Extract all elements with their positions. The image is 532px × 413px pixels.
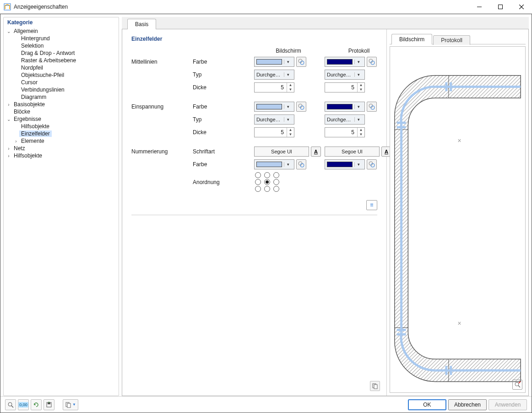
chevron-right-icon[interactable]: › [5, 153, 12, 158]
bottom-bar: 0,00 ▼ OK Abbrechen Anwenden [0, 396, 532, 413]
reset-view-icon[interactable] [512, 380, 522, 390]
tree-item-hintergrund[interactable]: Hintergrund [12, 35, 118, 42]
anordnung-radio-5[interactable] [273, 179, 279, 185]
tool-copy-menu-icon[interactable]: ▼ [63, 399, 78, 410]
chevron-down-icon[interactable]: ⌄ [5, 29, 12, 34]
tree-item-dragdrop[interactable]: Drag & Drop - Antwort [12, 49, 118, 57]
color-picker-icon[interactable] [296, 57, 306, 67]
apply-button[interactable]: Anwenden [489, 399, 527, 410]
einspannung-typ-proto-combo[interactable]: Durchgezo...▾ [325, 114, 365, 125]
nummerierung-font-screen[interactable]: Segoe UI [254, 147, 309, 157]
tree-item-einzelfelder[interactable]: Einzelfelder [12, 130, 118, 137]
svg-rect-41 [67, 403, 71, 408]
anordnung-radio-0[interactable] [255, 172, 261, 178]
nummerierung-farbe-proto-combo[interactable]: ▾ [325, 159, 365, 169]
category-panel: Kategorie ⌄ Allgemein Hintergrund Selekt… [3, 17, 119, 396]
anordnung-radio-1[interactable] [264, 172, 270, 178]
window-title: Anzeigeeigenschaften [14, 4, 68, 10]
chevron-right-icon[interactable]: › [5, 146, 12, 151]
label-farbe: Farbe [193, 103, 252, 110]
titlebar: Anzeigeeigenschaften [0, 0, 532, 14]
svg-point-36 [8, 402, 12, 406]
einspannung-farbe-screen-combo[interactable]: ▾ [254, 102, 294, 112]
tree-item-allgemein[interactable]: ⌄ Allgemein [5, 27, 118, 35]
preview-tab-bildschirm[interactable]: Bildschirm [391, 34, 432, 44]
mittellinien-typ-screen-combo[interactable]: Durchgezo...▾ [254, 70, 294, 80]
tab-basis[interactable]: Basis [127, 19, 156, 29]
category-tree[interactable]: ⌄ Allgemein Hintergrund Selektion Drag &… [4, 27, 119, 396]
anordnung-radio-8[interactable] [273, 186, 279, 192]
color-picker-icon[interactable] [296, 102, 306, 112]
copy-settings-icon[interactable] [370, 381, 380, 391]
tree-item-selektion[interactable]: Selektion [12, 42, 118, 49]
tree-item-cursor[interactable]: Cursor [12, 79, 118, 86]
label-farbe: Farbe [193, 161, 252, 168]
tree-item-bloecke[interactable]: Blöcke [5, 108, 118, 115]
tree-item-raster[interactable]: Raster & Arbeitsebene [12, 57, 118, 64]
einspannung-dicke-proto-spin[interactable]: 5▲▼ [325, 127, 365, 137]
tree-item-diagramm[interactable]: Diagramm [12, 93, 118, 101]
chevron-down-icon[interactable]: ⌄ [5, 117, 12, 122]
label-anordnung: Anordnung [193, 179, 252, 185]
tree-item-nordpfeil[interactable]: Nordpfeil [12, 64, 118, 71]
tool-precision-icon[interactable]: 0,00 [18, 399, 29, 410]
mittellinien-farbe-proto-combo[interactable]: ▾ [325, 57, 365, 67]
anordnung-radio-4[interactable] [264, 179, 270, 185]
equalize-button[interactable]: = [366, 200, 377, 210]
font-picker-icon[interactable]: A [311, 147, 321, 157]
tree-item-verbindungslinien[interactable]: Verbindungslinien [12, 86, 118, 93]
group-nummerierung: Nummerierung [131, 147, 191, 155]
dialog-frame: Kategorie ⌄ Allgemein Hintergrund Selekt… [0, 14, 532, 413]
tree-item-netz[interactable]: ›Netz [5, 145, 118, 152]
anordnung-radio-2[interactable] [273, 172, 279, 178]
label-dicke: Dicke [193, 84, 252, 91]
ok-button[interactable]: OK [408, 399, 446, 410]
color-picker-icon[interactable] [367, 102, 377, 112]
minimize-button[interactable] [469, 0, 490, 14]
mittellinien-dicke-screen-spin[interactable]: 5▲▼ [254, 82, 294, 92]
einspannung-typ-screen-combo[interactable]: Durchgezo...▾ [254, 114, 294, 125]
settings-grid: Bildschirm Protokoll Mittellinien Farbe … [131, 48, 377, 192]
chevron-right-icon[interactable]: › [13, 139, 19, 144]
mittellinien-dicke-proto-spin[interactable]: 5▲▼ [325, 82, 365, 92]
tool-search-icon[interactable] [5, 399, 16, 410]
tree-item-basisobjekte[interactable]: ›Basisobjekte [5, 101, 118, 108]
anordnung-radio-7[interactable] [264, 186, 270, 192]
mittellinien-farbe-screen-combo[interactable]: ▾ [254, 57, 294, 67]
svg-rect-18 [374, 385, 377, 389]
app-icon [4, 3, 11, 11]
svg-line-34 [518, 386, 520, 387]
preview-canvas[interactable]: × × [390, 46, 526, 393]
anordnung-radio-grid [254, 172, 393, 192]
color-picker-icon[interactable] [296, 159, 306, 169]
form-area: Einzelfelder Bildschirm Protokoll Mittel… [122, 29, 386, 396]
anordnung-radio-3[interactable] [255, 179, 261, 185]
tool-save-icon[interactable] [43, 399, 54, 410]
mittellinien-typ-proto-combo[interactable]: Durchgezo...▾ [325, 70, 365, 80]
column-header-bildschirm: Bildschirm [254, 48, 323, 54]
nummerierung-farbe-screen-combo[interactable]: ▾ [254, 159, 294, 169]
label-typ: Typ [193, 71, 252, 78]
einspannung-farbe-proto-combo[interactable]: ▾ [325, 102, 365, 112]
color-picker-icon[interactable] [367, 159, 377, 169]
preview-tab-protokoll[interactable]: Protokoll [433, 35, 470, 45]
maximize-button[interactable] [490, 0, 511, 14]
tree-item-elemente[interactable]: ›Elemente [12, 137, 118, 145]
svg-line-37 [11, 406, 13, 408]
nummerierung-font-proto[interactable]: Segoe UI [325, 147, 380, 157]
preview-area: Bildschirm Protokoll [386, 29, 528, 396]
label-typ: Typ [193, 116, 252, 123]
svg-point-33 [515, 382, 519, 386]
tree-item-objektsuche[interactable]: Objektsuche-Pfeil [12, 71, 118, 79]
chevron-right-icon[interactable]: › [5, 102, 12, 107]
tree-item-hilfsobjekte[interactable]: ›Hilfsobjekte [5, 152, 118, 159]
category-heading: Kategorie [4, 17, 119, 27]
close-button[interactable] [511, 0, 532, 14]
tool-refresh-icon[interactable] [31, 399, 42, 410]
anordnung-radio-6[interactable] [255, 186, 261, 192]
tree-item-ergebnisse[interactable]: ⌄ Ergebnisse [5, 115, 118, 123]
cancel-button[interactable]: Abbrechen [448, 399, 487, 410]
tree-item-erg-hilfsobjekte[interactable]: Hilfsobjekte [12, 123, 118, 130]
einspannung-dicke-screen-spin[interactable]: 5▲▼ [254, 127, 294, 137]
color-picker-icon[interactable] [367, 57, 377, 67]
